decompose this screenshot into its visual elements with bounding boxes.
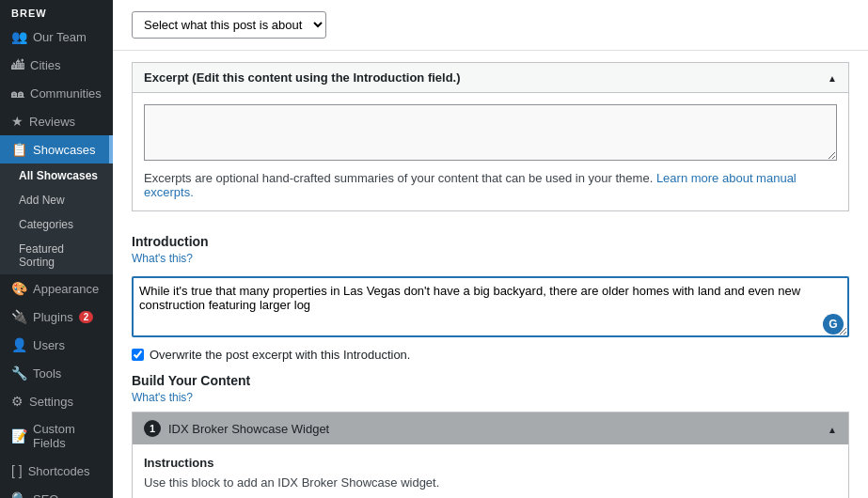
sidebar-item-label: Communities — [30, 86, 102, 101]
users-icon: 👤 — [11, 337, 27, 352]
sidebar-item-label: Custom Fields — [33, 422, 102, 450]
sidebar-item-label: Settings — [29, 395, 73, 409]
appearance-icon: 🎨 — [11, 281, 27, 296]
build-content-section: Build Your Content What's this? — [113, 362, 868, 404]
settings-icon: ⚙ — [11, 394, 24, 409]
sidebar-item-custom-fields[interactable]: 📝 Custom Fields — [0, 415, 113, 457]
sidebar-item-seo[interactable]: 🔍 SEO — [0, 485, 113, 498]
seo-icon: 🔍 — [11, 491, 27, 498]
sidebar-item-shortcodes[interactable]: [ ] Shortcodes — [0, 457, 113, 485]
sidebar-item-label: Tools — [33, 366, 61, 381]
widget-number: 1 — [144, 420, 161, 437]
introduction-section: Introduction What's this? G — [113, 223, 868, 340]
sidebar-item-label: Our Team — [33, 30, 87, 44]
excerpt-body: Excerpts are optional hand-crafted summa… — [133, 93, 848, 210]
build-content-title: Build Your Content — [132, 373, 849, 388]
sidebar-item-label: Cities — [30, 58, 61, 72]
sidebar-item-featured-sorting[interactable]: Featured Sorting — [0, 237, 113, 274]
sidebar-item-users[interactable]: 👤 Users — [0, 331, 113, 359]
shortcodes-icon: [ ] — [11, 463, 23, 478]
post-select[interactable]: Select what this post is about — [132, 11, 326, 39]
overwrite-row: Overwrite the post excerpt with this Int… — [113, 348, 868, 362]
sidebar-item-label: Users — [33, 338, 65, 352]
sidebar-item-appearance[interactable]: 🎨 Appearance — [0, 274, 113, 303]
sidebar-item-label: Reviews — [29, 115, 75, 129]
main-content: Select what this post is about Excerpt (… — [113, 0, 868, 498]
custom-fields-icon: 📝 — [11, 428, 27, 444]
sidebar-item-label: Shortcodes — [28, 464, 90, 478]
introduction-textarea[interactable] — [132, 276, 849, 337]
sidebar-item-label: Appearance — [33, 282, 99, 296]
sidebar-item-reviews[interactable]: ★ Reviews — [0, 107, 113, 135]
instructions-title: Instructions — [144, 456, 837, 470]
widget-block-body: Instructions Use this block to add an ID… — [133, 444, 848, 498]
sidebar-item-cities[interactable]: 🏙 Cities — [0, 51, 113, 79]
all-showcases-label: All Showcases — [19, 169, 98, 182]
communities-icon: 🏘 — [11, 86, 24, 101]
sidebar-item-our-team[interactable]: 👥 Our Team — [0, 23, 113, 51]
sidebar-item-categories[interactable]: Categories — [0, 212, 113, 237]
widget-block: 1 IDX Broker Showcase Widget Instruction… — [132, 412, 849, 498]
reviews-icon: ★ — [11, 114, 24, 129]
sidebar: BREW 👥 Our Team 🏙 Cities 🏘 Communities ★… — [0, 0, 113, 498]
build-content-whats-this-link[interactable]: What's this? — [132, 391, 193, 404]
sidebar-item-add-new[interactable]: Add New — [0, 188, 113, 212]
excerpt-note: Excerpts are optional hand-crafted summa… — [144, 171, 837, 199]
widget-collapse-icon — [828, 422, 837, 436]
instructions-text: Use this block to add an IDX Broker Show… — [144, 475, 837, 490]
sidebar-item-tools[interactable]: 🔧 Tools — [0, 359, 113, 387]
sidebar-item-label: SEO — [33, 492, 58, 499]
ai-assist-icon[interactable]: G — [823, 314, 844, 335]
featured-sorting-label: Featured Sorting — [19, 242, 102, 269]
widget-block-header-left: 1 IDX Broker Showcase Widget — [144, 420, 329, 437]
cities-icon: 🏙 — [11, 57, 24, 72]
widget-block-header[interactable]: 1 IDX Broker Showcase Widget — [133, 412, 848, 444]
categories-label: Categories — [19, 218, 73, 231]
sidebar-item-label: Plugins — [33, 310, 73, 324]
brand-label: BREW — [0, 0, 113, 23]
excerpt-meta-box: Excerpt (Edit this content using the Int… — [132, 62, 849, 211]
post-select-row: Select what this post is about — [113, 0, 868, 51]
excerpt-textarea[interactable] — [144, 104, 837, 161]
sidebar-item-settings[interactable]: ⚙ Settings — [0, 387, 113, 415]
excerpt-header[interactable]: Excerpt (Edit this content using the Int… — [133, 63, 848, 93]
plugins-icon: 🔌 — [11, 309, 27, 324]
sidebar-item-all-showcases[interactable]: All Showcases — [0, 163, 113, 188]
introduction-title: Introduction — [132, 234, 849, 249]
sidebar-item-showcases[interactable]: 📋 Showcases — [0, 135, 113, 163]
showcases-icon: 📋 — [11, 142, 27, 157]
introduction-whats-this-link[interactable]: What's this? — [132, 252, 193, 265]
tools-icon: 🔧 — [11, 366, 27, 381]
plugins-badge: 2 — [79, 311, 94, 323]
excerpt-collapse-icon — [828, 70, 837, 85]
widget-title: IDX Broker Showcase Widget — [168, 422, 329, 436]
sidebar-item-communities[interactable]: 🏘 Communities — [0, 79, 113, 107]
sidebar-item-plugins[interactable]: 🔌 Plugins 2 — [0, 303, 113, 331]
overwrite-checkbox[interactable] — [132, 349, 144, 361]
add-new-label: Add New — [19, 194, 65, 207]
showcases-submenu: All Showcases Add New Categories Feature… — [0, 163, 113, 274]
excerpt-title: Excerpt (Edit this content using the Int… — [144, 70, 461, 85]
our-team-icon: 👥 — [11, 29, 27, 44]
introduction-textarea-wrapper: G — [132, 271, 849, 340]
overwrite-label: Overwrite the post excerpt with this Int… — [150, 348, 410, 362]
sidebar-item-label: Showcases — [33, 143, 95, 157]
